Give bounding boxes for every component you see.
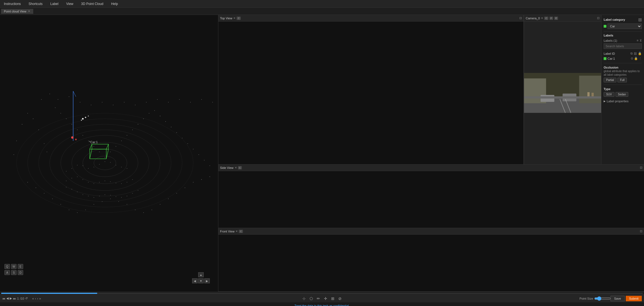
menu-help[interactable]: Help xyxy=(109,1,120,6)
reset-button[interactable]: ↺ xyxy=(25,297,28,300)
polygon-tool-icon[interactable]: ⬠ xyxy=(308,296,314,301)
point-size-slider[interactable] xyxy=(594,296,611,301)
label-category-title: Label category xyxy=(604,18,625,21)
category-color-dot xyxy=(604,25,606,28)
point-cloud-view: ^Car:1 Q W E A S D ▲ xyxy=(0,15,218,292)
front-view-expand[interactable]: ⊡ xyxy=(640,229,642,233)
menu-label[interactable]: Label xyxy=(49,1,60,6)
svg-point-78 xyxy=(152,210,152,210)
nav-right-button[interactable]: ▶ xyxy=(204,278,210,283)
svg-point-60 xyxy=(190,102,191,103)
label-item-lock-icon[interactable]: 🔒 xyxy=(634,57,638,60)
label-panel-settings-icon[interactable]: ⊞ xyxy=(638,17,642,22)
top-view-panel: Top View ✕ C ⊡ xyxy=(218,15,524,164)
next-button[interactable]: › xyxy=(37,297,38,300)
side-view-expand[interactable]: ⊡ xyxy=(640,166,642,169)
svg-point-27 xyxy=(110,152,111,152)
label-item-visible-icon[interactable]: ⊙ xyxy=(631,57,633,60)
filter-icons: ≡ ⊻ xyxy=(637,39,642,42)
camera-badge-e[interactable]: E xyxy=(554,17,558,20)
top-view-badge[interactable]: C xyxy=(237,17,241,20)
label-lock-icon[interactable]: 🔒 xyxy=(638,52,642,55)
top-view-title: Top View xyxy=(220,17,232,20)
label-copy-icon[interactable]: ⧉ xyxy=(630,52,633,55)
svg-point-54 xyxy=(124,102,125,103)
prev-frame-button[interactable]: ◀ xyxy=(6,297,9,300)
camera-header: Camera_0 ✕ C F E ⊡ xyxy=(524,15,601,22)
nav-up-button[interactable]: ▲ xyxy=(198,272,204,277)
nav-down-button[interactable]: ▼ xyxy=(198,278,204,283)
labels-title: Labels xyxy=(604,34,613,37)
svg-point-28 xyxy=(116,146,116,147)
occlusion-title: Occlusion xyxy=(604,66,618,69)
svg-point-51 xyxy=(91,105,91,105)
point-size-control: Point Size xyxy=(579,296,611,301)
svg-point-77 xyxy=(143,212,144,213)
sort-icon[interactable]: ≡ xyxy=(637,39,638,42)
search-labels-input[interactable] xyxy=(604,43,642,49)
menu-view[interactable]: View xyxy=(64,1,75,6)
svg-point-120 xyxy=(121,197,122,198)
paint-tool-icon[interactable]: ✏ xyxy=(316,296,321,301)
play-button[interactable]: ▶ xyxy=(10,297,12,300)
timeline-track[interactable] xyxy=(1,293,643,294)
front-view-row: Front View ✕ C ⊡ xyxy=(218,228,644,292)
panel-divider-1 xyxy=(604,31,642,32)
menu-instructions[interactable]: Instructions xyxy=(2,1,22,6)
top-view-expand[interactable]: ⊡ xyxy=(519,16,522,20)
submit-button[interactable]: Submit xyxy=(626,296,642,301)
svg-point-47 xyxy=(49,94,50,94)
prev-button[interactable]: ‹ xyxy=(35,297,36,300)
point-size-label: Point Size xyxy=(579,297,593,300)
panel-divider-2 xyxy=(604,63,642,63)
nav-left-button[interactable]: ◀ xyxy=(192,278,198,283)
next-next-button[interactable]: » xyxy=(39,297,41,300)
camera-title: Camera_0 xyxy=(526,17,540,20)
label-props-row[interactable]: ▶ Label properties xyxy=(604,100,642,103)
occlusion-full-button[interactable]: Full xyxy=(617,78,627,82)
skip-start-button[interactable]: ⏮ xyxy=(2,297,5,300)
top-view-close[interactable]: ✕ xyxy=(233,17,235,20)
tab-close-icon[interactable]: ✕ xyxy=(28,10,30,13)
save-button[interactable]: Save xyxy=(611,296,625,301)
crosshair-tool-icon[interactable]: ✛ xyxy=(323,296,328,301)
svg-rect-150 xyxy=(524,96,601,98)
menu-bar: Instructions Shortcuts Label View 3D Poi… xyxy=(0,0,644,8)
svg-point-104 xyxy=(110,181,111,182)
occlusion-partial-button[interactable]: Partial xyxy=(604,78,616,82)
svg-point-80 xyxy=(168,198,169,199)
svg-point-98 xyxy=(77,176,78,177)
svg-point-136 xyxy=(82,118,84,120)
camera-expand[interactable]: ⊡ xyxy=(597,16,600,20)
side-view-close[interactable]: ✕ xyxy=(235,166,237,169)
action-buttons: Save Submit xyxy=(611,296,642,301)
camera-close[interactable]: ✕ xyxy=(541,17,543,20)
type-sedan-button[interactable]: Sedan xyxy=(616,92,629,97)
side-view-header: Side View ✕ C ⊡ xyxy=(218,164,644,171)
camera-badge-c[interactable]: C xyxy=(544,17,548,20)
prev-prev-button[interactable]: « xyxy=(32,297,34,300)
menu-3d-point-cloud[interactable]: 3D Point Cloud xyxy=(79,1,105,6)
side-view-badge[interactable]: C xyxy=(238,166,242,169)
skip-end-button[interactable]: ⏭ xyxy=(13,297,16,300)
label-link-icon[interactable]: ⛓ xyxy=(634,52,637,55)
type-suv-button[interactable]: SUV xyxy=(604,92,614,97)
svg-point-52 xyxy=(102,102,103,103)
svg-point-116 xyxy=(99,196,100,196)
svg-point-21 xyxy=(77,130,78,130)
filter-icon[interactable]: ⊻ xyxy=(640,39,642,42)
label-category-select[interactable]: Car xyxy=(608,23,642,29)
select-tool-icon[interactable]: ⊹ xyxy=(301,296,307,301)
camera-badge-f[interactable]: F xyxy=(549,17,553,20)
tab-point-cloud-view[interactable]: Point cloud View ✕ xyxy=(1,9,33,14)
box-tool-icon[interactable]: ⊞ xyxy=(330,296,336,301)
transform-tool-icon[interactable]: ⊘ xyxy=(337,296,343,301)
label-item-more-icon[interactable]: ⋮ xyxy=(639,57,642,60)
svg-point-110 xyxy=(66,181,67,181)
svg-point-61 xyxy=(201,99,202,100)
front-view-close[interactable]: ✕ xyxy=(235,230,238,233)
front-view-badge[interactable]: C xyxy=(239,230,243,233)
menu-shortcuts[interactable]: Shortcuts xyxy=(27,1,44,6)
panel-divider-3 xyxy=(604,85,642,85)
svg-point-107 xyxy=(127,182,127,182)
